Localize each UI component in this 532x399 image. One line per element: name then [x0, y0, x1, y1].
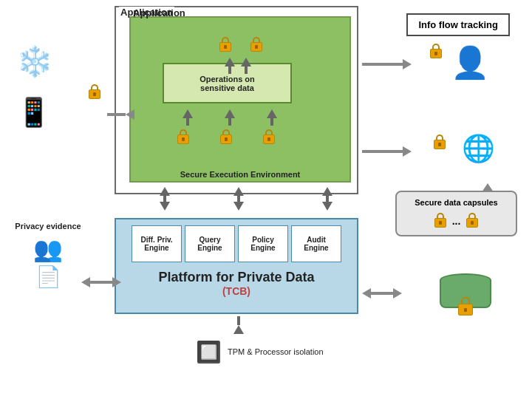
horiz-arrow-db: [362, 288, 402, 299]
tpm-section: 🔲 TPM & Processor isolation: [196, 340, 324, 364]
phone-icon: 📱: [16, 96, 51, 129]
arrow-up-ops-1: [183, 109, 193, 126]
lock-icon-2: [249, 37, 264, 53]
lock-icon-right-2: [432, 132, 447, 151]
vert-arrow-3: [322, 187, 332, 211]
tpm-label: TPM & Processor isolation: [228, 347, 324, 358]
platform-subtitle: (TCB): [222, 285, 250, 297]
lock-icon-right-1: [429, 41, 443, 60]
app-inner-label: Application: [133, 7, 185, 18]
sec-exec-label: Secure Execution Environment: [129, 170, 351, 179]
arrow-right-1: [362, 59, 412, 69]
info-flow-box: Info flow tracking: [406, 13, 510, 36]
platform-box: Diff. Priv.Engine QueryEngine PolicyEngi…: [115, 218, 358, 314]
horiz-double-arrow-privacy: [81, 277, 121, 287]
document-icon: 📄: [35, 265, 61, 289]
lock-icon-mid-1: [176, 129, 191, 146]
arrow-up-ops-2: [225, 109, 235, 126]
arrow-up-1: [225, 58, 235, 74]
diff-priv-engine: Diff. Priv.Engine: [132, 225, 182, 262]
capsule-ellipsis: ...: [452, 215, 461, 227]
privacy-section: Privacy evidence 👥 📄: [7, 222, 89, 289]
arrow-left-1: [107, 109, 134, 120]
snowflake-icon: ❄️: [16, 44, 53, 79]
vert-arrow-1: [160, 187, 170, 211]
lock-icon-mid-3: [262, 129, 276, 146]
lock-icon-left: [87, 81, 102, 100]
arrow-down-tpm: [233, 316, 244, 334]
info-flow-label: Info flow tracking: [418, 19, 498, 30]
people-icon: 👥: [33, 235, 63, 263]
audit-engine: AuditEngine: [291, 225, 341, 262]
vert-arrow-2: [233, 187, 244, 211]
arrow-up-ops-3: [267, 109, 277, 126]
capsule-lock-1: [433, 213, 448, 229]
arrow-up-2: [241, 58, 251, 74]
privacy-label: Privacy evidence: [15, 222, 81, 231]
platform-title: Platform for Private Data: [158, 270, 314, 285]
engines-row: Diff. Priv.Engine QueryEngine PolicyEngi…: [116, 225, 357, 262]
arrow-right-2: [362, 146, 412, 157]
capsule-lock-2: [465, 213, 480, 229]
lock-icons-mid: [176, 129, 276, 146]
chip-icon: 🔲: [196, 340, 222, 364]
db-lock-icon: [457, 296, 474, 318]
ops-label: Operations onsensitive data: [200, 75, 255, 92]
capsules-bubble: Secure data capsules ...: [395, 191, 517, 236]
policy-engine: PolicyEngine: [238, 225, 288, 262]
capsules-label: Secure data capsules: [404, 198, 508, 207]
lock-icon-mid-2: [219, 129, 233, 146]
lock-icons-top: [218, 37, 264, 53]
query-engine: QueryEngine: [185, 225, 235, 262]
globe-icon: 🌐: [462, 133, 495, 164]
person-icon: 👤: [451, 44, 489, 81]
lock-icon-1: [218, 37, 233, 53]
